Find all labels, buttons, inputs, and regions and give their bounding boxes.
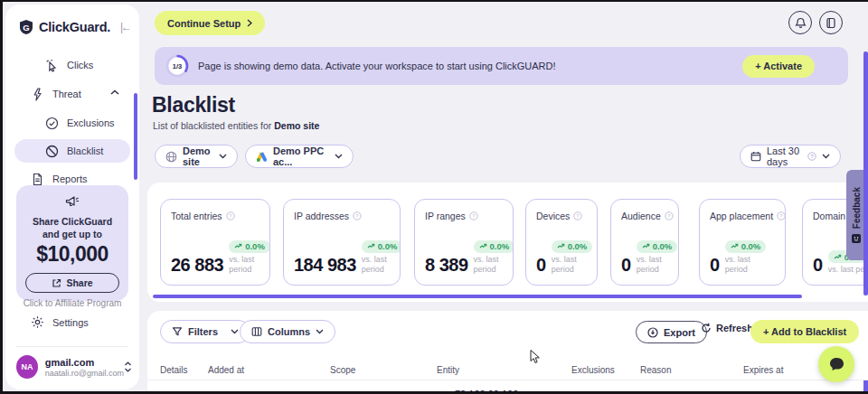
filters-button[interactable]: Filters — [160, 320, 250, 343]
feedback-label: Feedback — [852, 187, 862, 229]
site-selector[interactable]: Demo site — [155, 145, 238, 168]
affiliate-promo-card[interactable]: Share ClickGuard and get up to $10,000 S… — [16, 185, 128, 301]
activate-button[interactable]: + Activate — [742, 55, 815, 78]
stats-panel: Total entries? 26 883 0.0% vs. last peri… — [147, 183, 868, 302]
site-selector-label: Demo site — [183, 145, 213, 167]
share-label: Share — [66, 277, 92, 288]
chevron-up-icon[interactable] — [110, 89, 119, 96]
svg-text:?: ? — [779, 213, 783, 219]
info-circle-icon: ? — [807, 152, 816, 161]
setup-progress-ring: 1/3 — [165, 54, 189, 78]
col-header-added-at[interactable]: Added at — [208, 365, 244, 375]
chat-bubble-icon — [828, 356, 845, 372]
stat-value: 0 — [813, 256, 823, 276]
banner-message: Page is showing demo data. Activate your… — [198, 61, 742, 71]
export-button[interactable]: Export — [636, 321, 707, 343]
knowledge-base-button[interactable] — [819, 11, 843, 34]
continue-setup-button[interactable]: Continue Setup — [155, 11, 265, 35]
col-header-exclusions[interactable]: Exclusions — [571, 365, 615, 375]
clickguard-logo-icon: G — [18, 19, 34, 35]
stat-vs-period: vs. last period — [362, 255, 400, 276]
stat-value: 0 — [710, 256, 720, 276]
stat-vs-period: vs. last per — [828, 265, 868, 276]
stat-label: Devices — [536, 211, 570, 221]
stat-vs-period: vs. last period — [474, 255, 512, 276]
col-header-expires-at[interactable]: Expires at — [743, 365, 783, 375]
stat-value: 8 389 — [425, 256, 468, 276]
stats-horizontal-scrollbar[interactable] — [153, 295, 802, 298]
trend-up-icon — [731, 243, 739, 249]
sidebar-scrollbar[interactable] — [134, 93, 137, 180]
date-range-label: Last 30 days — [767, 145, 802, 167]
stat-label: Total entries — [171, 211, 222, 221]
avatar: NA — [16, 355, 38, 379]
nav-label: Clicks — [67, 60, 93, 70]
affiliate-link[interactable]: Click to Affiliate Program — [16, 298, 128, 308]
stat-value: 0 — [536, 256, 546, 276]
info-circle-icon[interactable]: ? — [573, 211, 582, 220]
stat-delta: 0.0% — [653, 241, 673, 251]
stat-delta: 0.0% — [741, 241, 761, 251]
columns-label: Columns — [268, 326, 310, 337]
stat-card-ip-ranges: IP ranges? 8 389 0.0% vs. last period — [414, 199, 514, 286]
notifications-button[interactable] — [788, 11, 812, 34]
col-header-details[interactable]: Details — [160, 365, 188, 375]
trend-up-icon — [234, 243, 242, 249]
col-header-reason[interactable]: Reason — [640, 365, 671, 375]
nav-label: Threat — [52, 89, 81, 99]
stat-value: 26 883 — [171, 256, 223, 276]
continue-setup-label: Continue Setup — [167, 18, 241, 29]
trend-up-icon — [479, 243, 487, 249]
blacklist-table-panel: Filters Columns Export Refresh — [147, 311, 868, 391]
divider — [16, 346, 128, 347]
ppc-account-selector[interactable]: Demo PPC ac... — [245, 145, 354, 168]
bell-icon — [795, 17, 807, 29]
refresh-icon — [701, 323, 712, 333]
brand-name: ClickGuard. — [39, 20, 120, 34]
svg-text:?: ? — [810, 154, 814, 159]
download-cloud-icon — [647, 327, 658, 338]
sidebar-item-exclusions[interactable]: Exclusions — [5, 111, 139, 135]
scrollbar-fragment[interactable] — [863, 380, 868, 391]
check-circle-icon — [45, 117, 59, 130]
google-ads-icon — [256, 151, 268, 162]
chevron-down-icon — [822, 154, 830, 159]
date-range-selector[interactable]: Last 30 days ? — [740, 145, 841, 168]
sidebar-item-threat[interactable]: Threat — [5, 82, 139, 106]
trend-up-icon — [557, 243, 565, 249]
stat-label: App placement — [710, 211, 773, 221]
svg-text:G: G — [23, 23, 29, 33]
info-circle-icon[interactable]: ? — [226, 211, 235, 220]
stat-label: IP addresses — [294, 211, 349, 221]
select-chevrons-icon[interactable] — [124, 361, 132, 372]
stat-delta: 0.0% — [245, 241, 265, 251]
stat-card-ip-addresses: IP addresses? 184 983 0.0% vs. last peri… — [283, 199, 401, 286]
table-row[interactable]: 78.108.99.100 — [147, 387, 868, 391]
refresh-button[interactable]: Refresh — [701, 323, 753, 333]
sidebar-item-clicks[interactable]: Clicks — [5, 53, 139, 77]
chat-widget-button[interactable] — [818, 346, 854, 382]
user-account[interactable]: NA gmail.com naatali.ro@gmail.com — [16, 355, 132, 379]
stat-label: Audience — [621, 211, 661, 221]
sidebar-collapse-icon[interactable]: |← — [120, 21, 130, 33]
info-circle-icon[interactable]: ? — [353, 211, 362, 220]
info-circle-icon[interactable]: ? — [777, 211, 786, 220]
chevron-down-icon — [316, 329, 324, 334]
columns-button[interactable]: Columns — [240, 320, 335, 343]
share-button[interactable]: Share — [25, 273, 119, 293]
columns-icon — [251, 326, 262, 337]
page-vertical-scrollbar[interactable] — [863, 52, 868, 296]
info-circle-icon[interactable]: ? — [469, 211, 478, 220]
demo-data-banner: 1/3 Page is showing demo data. Activate … — [155, 47, 848, 85]
sidebar-item-settings[interactable]: Settings — [31, 315, 89, 329]
col-header-entity[interactable]: Entity — [437, 365, 459, 375]
stat-value: 184 983 — [294, 256, 356, 276]
col-header-scope[interactable]: Scope — [330, 365, 355, 375]
sidebar-item-blacklist[interactable]: Blacklist — [14, 139, 130, 163]
info-circle-icon[interactable]: ? — [665, 211, 674, 220]
svg-text:?: ? — [667, 213, 671, 219]
nav-label: Reports — [52, 174, 88, 184]
stat-card-devices: Devices? 0 0.0% vs. last period — [525, 199, 598, 286]
add-to-blacklist-button[interactable]: + Add to Blacklist — [750, 320, 859, 343]
stat-delta: 0.0% — [378, 241, 398, 251]
